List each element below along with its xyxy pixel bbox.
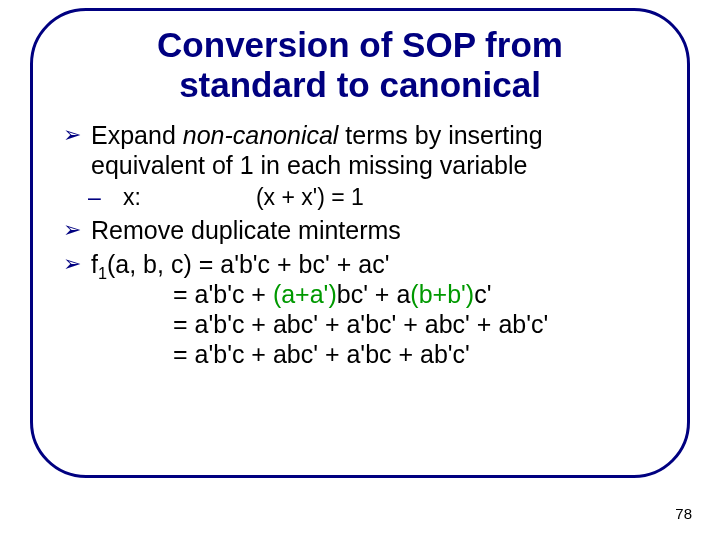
title-line-2: standard to canonical <box>179 65 541 104</box>
eq2-paren-2: (b+b') <box>410 280 474 308</box>
arrow-icon: ➢ <box>63 217 81 243</box>
eq3-text: = a'b'c + abc' + a'bc' + abc' + ab'c' <box>173 310 548 338</box>
slide-title: Conversion of SOP from standard to canon… <box>63 25 657 106</box>
eq4-text: = a'b'c + abc' + a'bc + ab'c' <box>173 340 470 368</box>
arrow-icon: ➢ <box>63 251 81 277</box>
eq2-post: c' <box>474 280 491 308</box>
eq2-pre: = a'b'c + <box>173 280 273 308</box>
eq2-paren-1: (a+a') <box>273 280 337 308</box>
eq-line-4: = a'b'c + abc' + a'bc + ab'c' <box>63 339 657 369</box>
eq-line-2: = a'b'c + (a+a')bc' + a(b+b')c' <box>63 279 657 309</box>
slide-body: ➢ Expand non-canonical terms by insertin… <box>63 120 657 370</box>
f-subscript: 1 <box>98 264 107 282</box>
slide: Conversion of SOP from standard to canon… <box>0 0 720 540</box>
bullet-function: ➢ f1(a, b, c) = a'b'c + bc' + ac' <box>63 249 657 279</box>
bullet-expand: ➢ Expand non-canonical terms by insertin… <box>63 120 657 180</box>
bullet-expand-pre: Expand <box>91 121 183 149</box>
bullet-remove-text: Remove duplicate minterms <box>91 216 401 244</box>
sub-bullet-identity: – x: (x + x') = 1 <box>63 184 657 212</box>
title-line-1: Conversion of SOP from <box>157 25 563 64</box>
arrow-icon: ➢ <box>63 122 81 148</box>
f-label: f <box>91 250 98 278</box>
bullet-expand-italic: non-canonical <box>183 121 339 149</box>
eq-line-3: = a'b'c + abc' + a'bc' + abc' + ab'c' <box>63 309 657 339</box>
bullet-remove: ➢ Remove duplicate minterms <box>63 215 657 245</box>
page-number: 78 <box>675 505 692 522</box>
content-frame: Conversion of SOP from standard to canon… <box>30 8 690 478</box>
eq2-mid: bc' + a <box>337 280 411 308</box>
sub-bullet-text: x: (x + x') = 1 <box>123 184 364 210</box>
dash-icon: – <box>88 184 101 212</box>
f-args: (a, b, c) = a'b'c + bc' + ac' <box>107 250 389 278</box>
